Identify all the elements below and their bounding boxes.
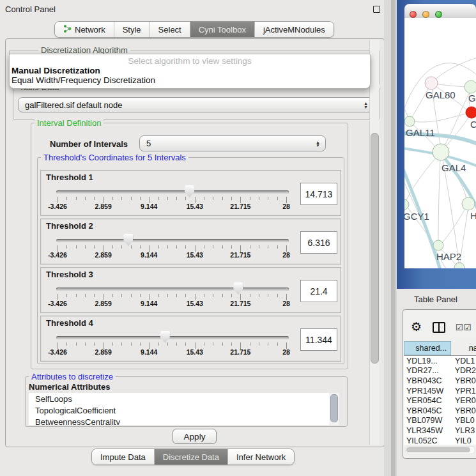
tab-style[interactable]: Style [114,22,150,37]
table-row[interactable]: YBL079WYBL0 [404,416,476,426]
minor-tick [185,294,186,297]
zoom-traffic-light-icon[interactable] [435,11,442,18]
network-node-gal4[interactable] [433,144,449,160]
minimize-traffic-light-icon[interactable] [422,11,429,18]
list-scrollbar-thumb[interactable] [330,394,338,422]
tick-label: 9.144 [141,251,157,259]
splitter-bar[interactable] [391,0,395,476]
attribute-item-selfloops[interactable]: SelfLoops [29,393,339,404]
slider-track[interactable] [56,336,289,339]
slider-thumb[interactable] [185,185,194,197]
cell-name: YIL0 [451,436,472,445]
tick-label: 28 [282,203,290,210]
minor-tick [222,342,223,346]
threshold-value-field[interactable]: 6.316 [300,231,337,254]
minor-tick [140,294,141,297]
column-header-name[interactable]: na... [451,341,476,355]
minor-tick [112,197,113,200]
slider-thumb[interactable] [233,282,243,295]
tab-jactivemnodules[interactable]: jActiveMNodules [255,22,334,37]
screen: Control Panel ✕ NetworkStyleSelectCyni T… [0,0,476,476]
network-canvas[interactable]: GAL80GGAL11CGAL4GCY1HHAP2 [404,18,476,268]
cell-shared-name: YER054C [404,396,451,405]
attribute-item-betweennesscentrality[interactable]: BetweennessCentrality [29,416,339,425]
minor-tick [121,245,122,249]
table-data-combo[interactable]: galFiltered.sif default node ▲▼ [18,97,374,112]
network-node-g[interactable] [464,81,476,93]
tab-network[interactable]: Network [55,22,114,37]
tab-impute-data[interactable]: Impute Data [92,449,155,464]
num-intervals-combo[interactable]: 5 ▲▼ [139,135,326,151]
table-row[interactable]: YLR345WYLR3 [404,426,476,436]
table-row[interactable]: YBR043CYBR0 [404,376,476,386]
network-node[interactable] [454,263,464,268]
popup-placeholder-item[interactable]: Select algorithm to view settings [10,56,370,66]
minor-tick [121,197,122,200]
threshold-value-field[interactable]: 21.4 [300,280,337,302]
minor-tick [140,245,141,249]
minor-tick [259,197,259,200]
minor-tick [94,245,95,249]
cell-shared-name: YLR345W [404,426,451,435]
slider-track[interactable] [56,288,289,291]
minor-tick [121,294,122,297]
table-row[interactable]: YIL052CYIL0 [404,436,476,445]
apply-button[interactable]: Apply [173,429,217,444]
cell-shared-name: YPR145W [404,387,451,395]
network-node-h[interactable] [462,197,475,210]
table-row[interactable]: YER054CYER0 [404,395,476,406]
network-node-hap2[interactable] [433,240,443,250]
tab-discretize-data[interactable]: Discretize Data [155,449,228,464]
tab-cyni-toolbox[interactable]: Cyni Toolbox [190,22,255,37]
minor-tick [167,197,168,200]
attributes-list: SelfLoopsTopologicalCoefficientBetweenne… [29,393,339,425]
tick-label: 28 [282,300,290,307]
network-edge [406,152,441,202]
threshold-value-field[interactable]: 11.344 [300,328,337,351]
split-view-icon[interactable] [433,322,445,333]
panel-scrollbar-thumb[interactable] [371,133,379,364]
tick-label: 2.859 [95,251,111,259]
node-label: GAL4 [441,162,466,173]
network-node-c[interactable] [466,107,476,118]
tab-label: Cyni Toolbox [199,25,246,35]
attribute-item-topologicalcoefficient[interactable]: TopologicalCoefficient [29,404,339,416]
list-scrollbar[interactable] [330,393,339,425]
tab-infer-network[interactable]: Infer Network [228,449,294,464]
slider-track[interactable] [56,239,289,242]
slider-track[interactable] [56,190,289,194]
tick-label: -3.426 [48,300,67,307]
minor-tick [158,245,159,249]
slider-thumb[interactable] [123,234,133,246]
tick-label: 9.144 [141,203,157,210]
popup-item-manual-discretization[interactable]: Manual Discretization [12,66,100,75]
combo-arrows-icon: ▲▼ [364,102,368,109]
float-window-icon[interactable] [373,6,380,13]
network-node-gal11[interactable] [404,116,415,127]
table-row[interactable]: YBR045CYBR0 [404,406,476,416]
tick-label: 2.859 [95,300,111,307]
table-hscrollbar-thumb[interactable] [406,447,470,452]
table-row[interactable]: YDR27...YDR2 [404,366,476,376]
tick-label: 15.43 [187,251,203,259]
table-row[interactable]: YDL19...YDL1 [404,356,476,366]
popup-item-equal-width-frequency-discretization[interactable]: Equal Width/Frequency Discretization [12,75,155,85]
algorithm-dropdown-popup: Select algorithm to view settings Manual… [9,54,371,89]
minor-tick [268,294,268,297]
minor-tick [213,294,213,297]
checkbox-icons[interactable]: ☑☑ [456,323,472,332]
tick-label: 9.144 [141,348,157,356]
minor-tick [85,342,86,346]
slider-thumb[interactable] [160,331,170,343]
table-body: YDL19...YDL1YDR27...YDR2YBR043CYBR0YPR14… [404,356,476,445]
tab-select[interactable]: Select [150,22,190,37]
table-row[interactable]: YPR145WYPR1 [404,386,476,396]
gear-icon[interactable]: ⚙ [411,319,422,334]
threshold-row: Threshold 1-3.4262.8599.14415.4321.71528… [40,170,341,216]
close-traffic-light-icon[interactable] [410,11,417,18]
tick-label: 15.43 [187,300,203,307]
threshold-value-field[interactable]: 14.713 [300,183,337,205]
column-header-shared[interactable]: shared... [404,341,451,355]
tab-label: jActiveMNodules [263,25,325,35]
network-node-gal80[interactable] [425,77,438,89]
